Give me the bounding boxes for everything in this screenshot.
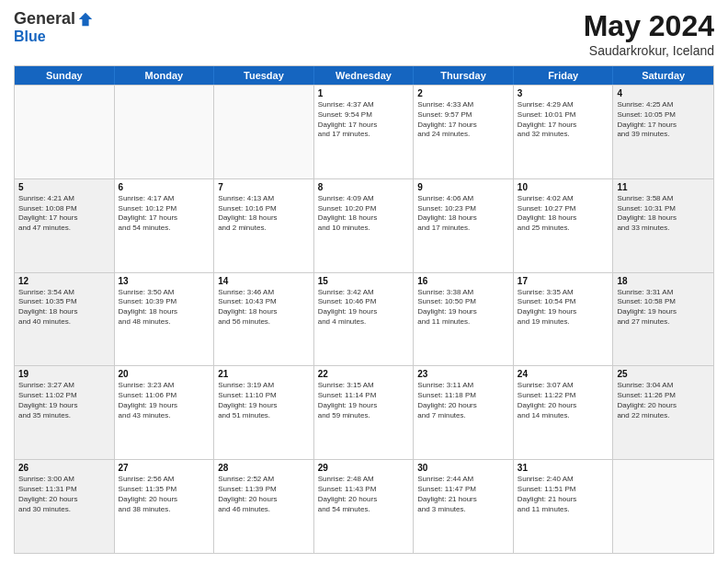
day-number: 24 <box>518 369 609 379</box>
calendar-week-1: 1Sunrise: 4:37 AMSunset: 9:54 PMDaylight… <box>15 85 713 178</box>
header-day-tuesday: Tuesday <box>214 66 314 85</box>
table-row: 2Sunrise: 4:33 AMSunset: 9:57 PMDaylight… <box>414 86 514 178</box>
calendar-week-3: 12Sunrise: 3:54 AMSunset: 10:35 PMDaylig… <box>15 272 713 366</box>
table-row: 9Sunrise: 4:06 AMSunset: 10:23 PMDayligh… <box>414 179 514 272</box>
header-day-wednesday: Wednesday <box>314 66 415 85</box>
table-row: 27Sunrise: 2:56 AMSunset: 11:35 PMDaylig… <box>115 460 215 553</box>
day-info: Sunrise: 3:31 AMSunset: 10:58 PMDaylight… <box>617 288 710 327</box>
day-info: Sunrise: 3:23 AMSunset: 11:06 PMDaylight… <box>119 381 210 420</box>
day-number: 17 <box>518 276 609 286</box>
table-row: 16Sunrise: 3:38 AMSunset: 10:50 PMDaylig… <box>414 273 514 366</box>
header-day-saturday: Saturday <box>613 66 713 85</box>
day-number: 14 <box>218 276 310 286</box>
calendar-week-5: 26Sunrise: 3:00 AMSunset: 11:31 PMDaylig… <box>15 459 713 553</box>
day-number: 27 <box>119 463 210 473</box>
table-row: 5Sunrise: 4:21 AMSunset: 10:08 PMDayligh… <box>15 179 115 272</box>
day-info: Sunrise: 2:56 AMSunset: 11:35 PMDaylight… <box>119 475 210 514</box>
day-info: Sunrise: 3:38 AMSunset: 10:50 PMDaylight… <box>417 288 509 327</box>
logo-blue-text: Blue <box>14 29 46 44</box>
table-row: 24Sunrise: 3:07 AMSunset: 11:22 PMDaylig… <box>514 366 614 459</box>
day-info: Sunrise: 3:04 AMSunset: 11:26 PMDaylight… <box>617 381 710 420</box>
day-number: 9 <box>417 182 509 192</box>
day-number: 8 <box>318 182 410 192</box>
table-row <box>613 460 713 553</box>
day-info: Sunrise: 3:00 AMSunset: 11:31 PMDaylight… <box>18 475 110 514</box>
calendar: SundayMondayTuesdayWednesdayThursdayFrid… <box>14 65 714 554</box>
table-row: 28Sunrise: 2:52 AMSunset: 11:39 PMDaylig… <box>214 460 314 553</box>
header-day-sunday: Sunday <box>15 66 115 85</box>
day-number: 22 <box>318 369 410 379</box>
table-row <box>15 86 115 178</box>
day-info: Sunrise: 4:06 AMSunset: 10:23 PMDaylight… <box>417 194 509 234</box>
day-info: Sunrise: 2:40 AMSunset: 11:51 PMDaylight… <box>518 475 609 514</box>
table-row <box>115 86 215 178</box>
day-info: Sunrise: 3:15 AMSunset: 11:14 PMDaylight… <box>318 381 410 420</box>
logo-general-text: General <box>14 9 75 29</box>
day-number: 11 <box>617 182 710 192</box>
logo: General Blue <box>14 9 94 45</box>
table-row: 21Sunrise: 3:19 AMSunset: 11:10 PMDaylig… <box>214 366 314 459</box>
day-info: Sunrise: 2:52 AMSunset: 11:39 PMDaylight… <box>218 475 310 514</box>
day-number: 28 <box>218 463 310 473</box>
day-info: Sunrise: 3:46 AMSunset: 10:43 PMDaylight… <box>218 288 310 327</box>
subtitle: Saudarkrokur, Iceland <box>584 43 714 58</box>
day-number: 1 <box>318 88 410 98</box>
day-info: Sunrise: 4:25 AMSunset: 10:05 PMDaylight… <box>617 100 710 140</box>
day-info: Sunrise: 4:13 AMSunset: 10:16 PMDaylight… <box>218 194 310 234</box>
logo-icon <box>77 11 94 28</box>
day-info: Sunrise: 3:19 AMSunset: 11:10 PMDaylight… <box>218 381 310 420</box>
table-row: 17Sunrise: 3:35 AMSunset: 10:54 PMDaylig… <box>514 273 614 366</box>
header-day-thursday: Thursday <box>414 66 514 85</box>
table-row: 10Sunrise: 4:02 AMSunset: 10:27 PMDaylig… <box>514 179 614 272</box>
main-title: May 2024 <box>584 9 714 43</box>
day-number: 31 <box>518 463 609 473</box>
page: General Blue May 2024 Saudarkrokur, Icel… <box>0 0 728 563</box>
day-info: Sunrise: 3:54 AMSunset: 10:35 PMDaylight… <box>18 288 110 327</box>
calendar-week-2: 5Sunrise: 4:21 AMSunset: 10:08 PMDayligh… <box>15 178 713 272</box>
day-number: 21 <box>218 369 310 379</box>
table-row: 30Sunrise: 2:44 AMSunset: 11:47 PMDaylig… <box>414 460 514 553</box>
day-info: Sunrise: 3:27 AMSunset: 11:02 PMDaylight… <box>18 381 110 420</box>
table-row: 8Sunrise: 4:09 AMSunset: 10:20 PMDayligh… <box>314 179 415 272</box>
table-row: 15Sunrise: 3:42 AMSunset: 10:46 PMDaylig… <box>314 273 415 366</box>
day-info: Sunrise: 3:58 AMSunset: 10:31 PMDaylight… <box>617 194 710 234</box>
svg-marker-0 <box>79 12 92 25</box>
title-block: May 2024 Saudarkrokur, Iceland <box>584 9 714 58</box>
table-row: 29Sunrise: 2:48 AMSunset: 11:43 PMDaylig… <box>314 460 415 553</box>
day-number: 10 <box>518 182 609 192</box>
table-row <box>214 86 314 178</box>
table-row: 25Sunrise: 3:04 AMSunset: 11:26 PMDaylig… <box>613 366 713 459</box>
table-row: 13Sunrise: 3:50 AMSunset: 10:39 PMDaylig… <box>115 273 215 366</box>
day-info: Sunrise: 3:35 AMSunset: 10:54 PMDaylight… <box>518 288 609 327</box>
day-number: 26 <box>18 463 110 473</box>
header-day-monday: Monday <box>115 66 215 85</box>
table-row: 4Sunrise: 4:25 AMSunset: 10:05 PMDayligh… <box>613 86 713 178</box>
day-number: 16 <box>417 276 509 286</box>
day-number: 19 <box>18 369 110 379</box>
day-info: Sunrise: 4:21 AMSunset: 10:08 PMDaylight… <box>18 194 110 234</box>
day-info: Sunrise: 4:29 AMSunset: 10:01 PMDaylight… <box>518 100 609 140</box>
table-row: 6Sunrise: 4:17 AMSunset: 10:12 PMDayligh… <box>115 179 215 272</box>
table-row: 11Sunrise: 3:58 AMSunset: 10:31 PMDaylig… <box>613 179 713 272</box>
day-info: Sunrise: 4:17 AMSunset: 10:12 PMDaylight… <box>119 194 210 234</box>
table-row: 7Sunrise: 4:13 AMSunset: 10:16 PMDayligh… <box>214 179 314 272</box>
calendar-body: 1Sunrise: 4:37 AMSunset: 9:54 PMDaylight… <box>15 85 713 553</box>
day-number: 18 <box>617 276 710 286</box>
day-number: 13 <box>119 276 210 286</box>
header: General Blue May 2024 Saudarkrokur, Icel… <box>14 9 714 58</box>
day-info: Sunrise: 3:42 AMSunset: 10:46 PMDaylight… <box>318 288 410 327</box>
table-row: 20Sunrise: 3:23 AMSunset: 11:06 PMDaylig… <box>115 366 215 459</box>
table-row: 3Sunrise: 4:29 AMSunset: 10:01 PMDayligh… <box>514 86 614 178</box>
day-info: Sunrise: 3:11 AMSunset: 11:18 PMDaylight… <box>417 381 509 420</box>
day-info: Sunrise: 2:44 AMSunset: 11:47 PMDaylight… <box>417 475 509 514</box>
table-row: 19Sunrise: 3:27 AMSunset: 11:02 PMDaylig… <box>15 366 115 459</box>
day-info: Sunrise: 3:07 AMSunset: 11:22 PMDaylight… <box>518 381 609 420</box>
header-day-friday: Friday <box>514 66 614 85</box>
table-row: 1Sunrise: 4:37 AMSunset: 9:54 PMDaylight… <box>314 86 415 178</box>
day-info: Sunrise: 4:02 AMSunset: 10:27 PMDaylight… <box>518 194 609 234</box>
table-row: 22Sunrise: 3:15 AMSunset: 11:14 PMDaylig… <box>314 366 415 459</box>
day-info: Sunrise: 4:37 AMSunset: 9:54 PMDaylight:… <box>318 100 410 140</box>
day-number: 3 <box>518 88 609 98</box>
day-number: 20 <box>119 369 210 379</box>
day-number: 2 <box>417 88 509 98</box>
